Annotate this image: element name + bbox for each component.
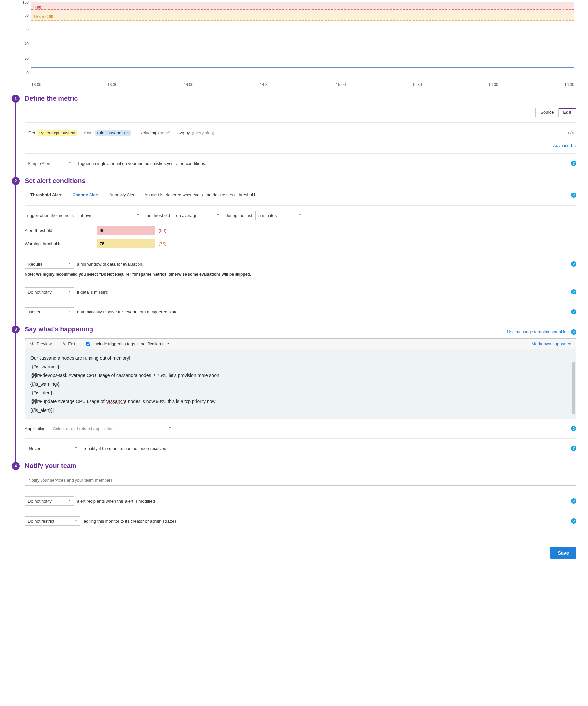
tab-edit[interactable]: Edit — [558, 108, 576, 117]
notify-on-modify-desc: alert recipients when this alert is modi… — [77, 499, 155, 504]
aggregate-value[interactable]: (everything) — [192, 130, 214, 135]
x-tick: 16:30 — [564, 82, 574, 87]
x-tick: 13:00 — [31, 82, 41, 87]
step-number: 3 — [12, 325, 19, 334]
warn-threshold-paren: (75) — [159, 241, 576, 246]
help-icon[interactable]: ? — [571, 193, 576, 198]
notify-recipients-input[interactable] — [25, 475, 576, 486]
restrict-editing-desc: editing this monitor to its creator or a… — [84, 519, 177, 524]
help-icon[interactable]: ? — [571, 309, 576, 314]
help-icon[interactable]: ? — [571, 329, 576, 335]
notify-on-modify-select[interactable]: Do not notify — [25, 497, 74, 506]
x-tick: 16:00 — [488, 82, 498, 87]
section-notify-team: 4 Notify your team Do not notify alert r… — [12, 462, 576, 525]
help-icon[interactable]: ? — [571, 262, 576, 267]
help-icon[interactable]: ? — [571, 446, 576, 451]
alert-type-select[interactable]: Simple Alert — [25, 159, 74, 168]
y-tick: 80 — [12, 13, 29, 17]
template-vars-link[interactable]: Use message template variables — [507, 329, 569, 335]
series-line — [31, 67, 574, 68]
label-aggregate: avg by — [177, 130, 190, 135]
help-icon[interactable]: ? — [571, 161, 576, 166]
auto-resolve-select[interactable]: [Never] — [25, 307, 74, 316]
x-tick: 14:30 — [260, 82, 269, 87]
trigger-prefix: Trigger when the metric is — [25, 213, 74, 218]
missing-data-desc: if data is missing. — [77, 289, 110, 295]
x-tick: 14:00 — [183, 82, 194, 87]
tab-threshold[interactable]: Threshold Alert — [25, 190, 67, 200]
step-title: Set alert conditions — [25, 177, 576, 185]
require-window-desc: a full window of data for evaluation. — [77, 262, 143, 267]
x-axis: 13:00 13:30 14:00 14:30 15:00 15:30 16:0… — [31, 82, 574, 87]
aggregation-select[interactable]: on average — [173, 211, 222, 220]
y-tick: 100 — [12, 0, 29, 5]
add-query-button[interactable]: + — [220, 129, 228, 137]
save-button[interactable]: Save — [550, 547, 576, 559]
preview-tab[interactable]: 👁Preview — [25, 339, 57, 349]
warn-band — [31, 10, 574, 21]
window-select[interactable]: 5 minutes — [255, 211, 304, 220]
label-from: from — [84, 130, 93, 135]
require-window-select[interactable]: Require — [25, 260, 74, 269]
y-tick: 60 — [12, 28, 29, 32]
tab-change[interactable]: Change Alert — [67, 190, 104, 200]
comparator-select[interactable]: above — [77, 211, 142, 220]
auto-resolve-desc: automatically resolve this event from a … — [77, 310, 179, 314]
help-icon[interactable]: ? — [571, 289, 576, 295]
mode-desc: An alert is triggered whenever a metric … — [144, 193, 256, 197]
restrict-editing-select[interactable]: Do not restrict — [25, 516, 80, 525]
tab-source[interactable]: Source — [535, 108, 558, 117]
message-editor-toolbar: 👁Preview ✎Edit Include triggering tags i… — [25, 338, 576, 349]
edit-tab[interactable]: ✎Edit — [57, 339, 81, 349]
advanced-link[interactable]: Advanced… — [553, 143, 576, 148]
code-toggle-icon[interactable]: </> — [565, 130, 576, 135]
include-tags-input[interactable] — [86, 342, 90, 346]
help-icon[interactable]: ? — [571, 499, 576, 504]
label-threshold: the threshold — [145, 213, 170, 218]
metric-query[interactable]: Get system.cpu.system from role:cassandr… — [25, 128, 218, 138]
step-number: 4 — [12, 462, 19, 470]
alert-mode-tabs: Threshold Alert Change Alert Anomaly Ale… — [25, 190, 141, 200]
y-tick: 20 — [12, 56, 29, 61]
tab-anomaly[interactable]: Anomaly Alert — [104, 190, 141, 200]
metric-pill[interactable]: system.cpu.system — [37, 130, 77, 136]
metric-chart: > 90 75 < y < 90 100 80 60 40 20 0 13:00… — [12, 2, 576, 87]
application-label: Application: — [25, 426, 47, 431]
sparse-metrics-note: Note: We highly recommend you select "Do… — [25, 272, 576, 276]
remove-tag-icon[interactable]: × — [126, 130, 129, 135]
dotted-rule — [232, 133, 562, 133]
excluding-value[interactable]: (none) — [158, 130, 171, 135]
missing-data-select[interactable]: Do not notify — [25, 287, 74, 297]
section-define-metric: 1 Define the metric Source Edit Get syst… — [12, 95, 576, 168]
y-tick: 40 — [12, 42, 29, 46]
warn-band-label: 75 < y < 90 — [33, 14, 53, 19]
alert-band — [31, 2, 574, 10]
step-title: Say what's happening — [25, 325, 93, 333]
pencil-icon: ✎ — [62, 341, 66, 346]
warn-threshold-input[interactable] — [97, 239, 156, 248]
label-get: Get — [29, 130, 35, 135]
renotify-select[interactable]: [Never] — [25, 444, 80, 453]
renotify-desc: renotify if the monitor has not been res… — [84, 446, 168, 451]
markdown-supported-link[interactable]: Markdown supported — [527, 341, 576, 346]
alert-type-desc: Trigger a single alert when your metric … — [77, 161, 206, 166]
help-icon[interactable]: ? — [571, 426, 576, 431]
eye-icon: 👁 — [30, 341, 35, 346]
application-select[interactable]: Select or add related application — [50, 424, 174, 433]
step-number: 1 — [12, 95, 19, 103]
help-icon[interactable]: ? — [571, 518, 576, 524]
step-number: 2 — [12, 177, 19, 185]
y-tick: 0 — [12, 71, 29, 75]
include-tags-checkbox[interactable]: Include triggering tags in notification … — [85, 341, 169, 347]
warn-threshold-label: Warning threshold: — [25, 241, 97, 246]
tag-pill[interactable]: role:cassandra× — [95, 130, 132, 136]
x-tick: 13:30 — [108, 82, 117, 87]
x-tick: 15:30 — [412, 82, 422, 87]
x-tick: 15:00 — [336, 82, 346, 87]
label-excluding: excluding — [138, 130, 156, 135]
alert-threshold-input[interactable] — [97, 226, 156, 235]
scrollbar-thumb[interactable] — [572, 362, 575, 415]
message-editor[interactable]: Our cassandra nodes are running out of m… — [25, 349, 576, 419]
step-title: Define the metric — [25, 95, 576, 102]
section-alert-conditions: 2 Set alert conditions Threshold Alert C… — [12, 177, 576, 316]
